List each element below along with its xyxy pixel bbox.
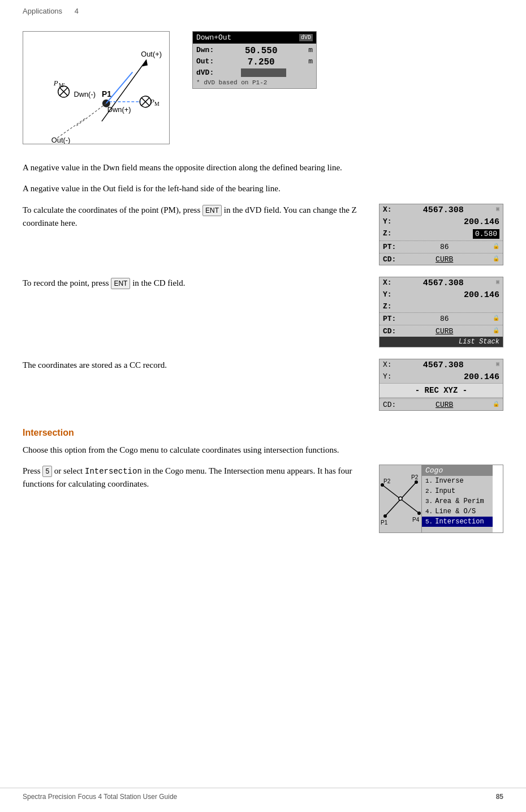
intersection-code: Intersection (85, 467, 142, 476)
svg-text:P4: P4 (412, 517, 420, 523)
cogo-item-5[interactable]: 5. Intersection (422, 517, 493, 527)
svg-line-3 (57, 118, 85, 138)
svg-point-26 (415, 480, 418, 484)
cogo-item-1[interactable]: 1. Inverse (422, 476, 493, 486)
svg-point-32 (399, 497, 402, 500)
x-icon-1: ▣ (496, 205, 499, 215)
svg-point-30 (417, 512, 421, 515)
separator-3 (380, 312, 503, 313)
cd-label-1: CD: (383, 255, 396, 264)
chapter-label: Applications 4 (23, 7, 79, 15)
svg-line-20 (106, 72, 133, 103)
cogo-label-2: Input (435, 487, 455, 495)
cogo-header: Cogo (422, 465, 493, 476)
intersection-heading: Intersection (23, 428, 503, 438)
p4-prefix: To record the point, press (23, 278, 109, 287)
x-value-2: 4567.308 (423, 278, 464, 288)
screen-body: Dwn: 50.550 m Out: 7.250 m dVD: * dVD ba… (193, 44, 316, 88)
or-select-label: or select (54, 466, 83, 475)
main-content: Out(+) Out(-) P M' Dwn(-) P1 Dwn(+) (0, 20, 526, 567)
top-section: Out(+) Out(-) P M' Dwn(-) P1 Dwn(+) (23, 31, 503, 144)
dvd-badge: dVD (299, 34, 313, 41)
rec-xyz-banner: - REC XYZ - (380, 383, 503, 398)
list-stack-footer: List Stack (380, 337, 503, 347)
x-label-2: X: (383, 278, 392, 288)
chapter-name: Applications (23, 7, 62, 15)
svg-text:Dwn(-): Dwn(-) (74, 90, 96, 98)
dvd-label-field: dVD: (196, 68, 214, 77)
dwn-field-row: Dwn: 50.550 m (196, 46, 313, 56)
separator-2 (380, 253, 503, 254)
x-label-1: X: (383, 205, 392, 215)
z-row-2: Z: (380, 301, 503, 312)
cogo-num-4: 4. (425, 508, 433, 515)
coord-screen-2: X: 4567.308 ▣ Y: 200.146 Z: PT: 86 🔒 (379, 277, 503, 347)
intersection-section: Intersection Choose this option from the… (23, 428, 503, 533)
paragraph-1: A negative value in the Dwn field means … (23, 161, 503, 174)
dwn-unit: m (308, 46, 313, 56)
chapter-number: 4 (75, 7, 79, 15)
coord-screen-1-container: X: 4567.308 ▣ Y: 200.146 Z: 0.580 PT: 86… (379, 204, 503, 265)
svg-text:P2: P2 (411, 474, 419, 480)
x-label-3: X: (383, 360, 392, 370)
cd-row-2: CD: CURB 🔒 (380, 326, 503, 337)
cogo-num-5: 5. (425, 518, 433, 525)
section-record: To record the point, press ENT in the CD… (23, 277, 503, 347)
svg-text:Dwn(+): Dwn(+) (107, 105, 131, 114)
pt-label-2: PT: (383, 315, 396, 323)
y-label-3: Y: (383, 372, 392, 382)
screen-header: Down+Out dVD (193, 32, 316, 44)
y-label-2: Y: (383, 290, 392, 300)
cogo-label-4: Line & O/S (435, 508, 476, 515)
y-value-2: 200.146 (464, 290, 499, 300)
paragraph-5: The coordinates are stored as a CC recor… (23, 359, 362, 372)
cd-value-1: CURB (436, 255, 453, 264)
lock-icon-3: 🔒 (493, 315, 499, 323)
dwn-label: Dwn: (196, 46, 214, 56)
separator-4 (380, 325, 503, 325)
y-label-1: Y: (383, 217, 392, 227)
paragraph-2: A negative value in the Out field is for… (23, 182, 503, 195)
x-row-3: X: 4567.308 ▣ (380, 359, 503, 371)
pt-row-1: PT: 86 🔒 (380, 242, 503, 252)
intersection-paragraph-2-section: Press 5 or select Intersection in the Co… (23, 465, 503, 533)
cogo-menu-container: P1 P2 P2 P4 Cogo (379, 465, 503, 533)
x-value-3: 4567.308 (423, 360, 464, 370)
ent-key-1: ENT (202, 205, 222, 217)
coord-screen-2-container: X: 4567.308 ▣ Y: 200.146 Z: PT: 86 🔒 (379, 277, 503, 347)
y-value-3: 200.146 (464, 372, 499, 382)
screen-title: Down+Out (196, 33, 231, 42)
cogo-item-2[interactable]: 2. Input (422, 486, 493, 496)
pt-row-2: PT: 86 🔒 (380, 313, 503, 324)
intersection-paragraph-1: Choose this option from the Cogo menu to… (23, 444, 503, 457)
pt-value-1: 86 (440, 243, 449, 251)
section-stored: The coordinates are stored as a CC recor… (23, 359, 503, 411)
intersection-text-col: Press 5 or select Intersection in the Co… (23, 465, 362, 499)
cogo-device-wrapper: P1 P2 P2 P4 Cogo (379, 465, 503, 533)
calculate-text: To calculate the coordinates of the poin… (23, 204, 362, 238)
out-value: 7.250 (248, 57, 275, 67)
page-footer: Spectra Precision Focus 4 Total Station … (0, 788, 526, 801)
cogo-item-4[interactable]: 4. Line & O/S (422, 506, 493, 517)
coord-screen-3: X: 4567.308 ▣ Y: 200.146 - REC XYZ - CD:… (379, 359, 503, 411)
x-value-1: 4567.308 (423, 205, 464, 215)
cd-row-1: CD: CURB 🔒 (380, 254, 503, 265)
coord-screen-1: X: 4567.308 ▣ Y: 200.146 Z: 0.580 PT: 86… (379, 204, 503, 265)
cogo-label-3: Area & Perim (435, 497, 484, 505)
y-row-1: Y: 200.146 (380, 216, 503, 228)
cogo-item-3[interactable]: 3. Area & Perim (422, 496, 493, 506)
separator-1 (380, 240, 503, 241)
svg-marker-1 (142, 60, 148, 67)
y-row-2: Y: 200.146 (380, 289, 503, 301)
out-label: Out: (196, 57, 214, 67)
section-calculate: To calculate the coordinates of the poin… (23, 204, 503, 265)
top-device-screen: Down+Out dVD Dwn: 50.550 m Out: 7.250 m … (192, 31, 317, 89)
out-unit: m (308, 57, 313, 67)
lock-icon-4: 🔒 (493, 327, 499, 336)
cd-value-3: CURB (436, 401, 453, 409)
lock-icon-5: 🔒 (493, 401, 499, 409)
pt-value-2: 86 (440, 315, 449, 323)
cd-value-2: CURB (436, 327, 453, 336)
svg-line-21 (76, 104, 106, 126)
paragraph-4: To record the point, press ENT in the CD… (23, 277, 362, 290)
